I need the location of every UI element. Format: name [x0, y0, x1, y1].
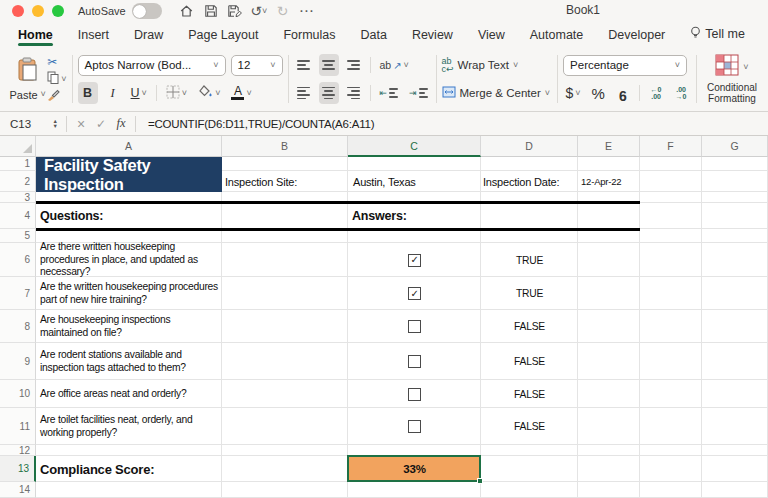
cell-value-D9[interactable]: FALSE — [481, 343, 578, 380]
cell-E4[interactable] — [578, 203, 640, 229]
format-painter-button[interactable] — [47, 88, 66, 104]
cell-G8[interactable] — [702, 310, 768, 343]
cell-site-label[interactable]: Inspection Site: — [225, 171, 347, 192]
home-icon[interactable] — [176, 2, 198, 20]
cell-B12[interactable] — [222, 445, 348, 456]
cell-F8[interactable] — [640, 310, 702, 343]
cell-B8[interactable] — [222, 310, 348, 343]
cell-G10[interactable] — [702, 380, 768, 408]
cell-B13[interactable] — [222, 456, 348, 482]
cell-D5[interactable] — [481, 229, 578, 243]
tab-review[interactable]: Review — [412, 28, 453, 48]
row-header-1[interactable]: 1 — [0, 157, 36, 171]
align-center-button[interactable] — [319, 82, 339, 104]
column-header-B[interactable]: B — [222, 136, 348, 157]
cell-F11[interactable] — [640, 408, 702, 445]
align-middle-button[interactable] — [319, 54, 339, 76]
cell-score-label[interactable]: Compliance Score: — [40, 456, 221, 482]
autosave-toggle[interactable] — [132, 3, 162, 19]
column-header-E[interactable]: E — [578, 136, 640, 157]
cell-G4[interactable] — [702, 203, 768, 229]
cell-checkbox-C10[interactable] — [348, 380, 481, 408]
increase-indent-button[interactable]: ⇥ — [406, 82, 431, 104]
cell-checkbox-C8[interactable] — [348, 310, 481, 343]
minimize-window-button[interactable] — [32, 5, 44, 17]
redo-button[interactable]: ↻ — [272, 2, 294, 20]
checkbox-unchecked[interactable] — [408, 320, 421, 333]
row-header-2[interactable]: 2 — [0, 171, 36, 192]
row-header-14[interactable]: 14 — [0, 482, 36, 498]
column-header-F[interactable]: F — [640, 136, 702, 157]
increase-decimal-button[interactable]: .00→0 — [671, 82, 691, 104]
insert-function-button[interactable]: fx — [111, 116, 131, 131]
row-header-9[interactable]: 9 — [0, 343, 36, 380]
cell-G3[interactable] — [702, 192, 768, 203]
cell-E14[interactable] — [578, 482, 640, 498]
tab-developer[interactable]: Developer — [608, 28, 665, 48]
cell-value-D6[interactable]: TRUE — [481, 243, 578, 277]
save-as-icon[interactable] — [224, 2, 246, 20]
cell-E5[interactable] — [578, 229, 640, 243]
cell-value-D7[interactable]: TRUE — [481, 277, 578, 310]
bold-button[interactable]: B — [78, 82, 98, 104]
cell-A12[interactable] — [36, 445, 222, 456]
align-left-button[interactable] — [294, 82, 314, 104]
cell-E8[interactable] — [578, 310, 640, 343]
row-header-4[interactable]: 4 — [0, 203, 36, 229]
cell-F13[interactable] — [640, 456, 702, 482]
percent-format-button[interactable]: % — [588, 82, 608, 104]
cell-checkbox-C6[interactable]: ✓ — [348, 243, 481, 277]
cell-B5[interactable] — [222, 229, 348, 243]
align-top-button[interactable] — [294, 54, 314, 76]
cell-F12[interactable] — [640, 445, 702, 456]
font-size-select[interactable]: 12˅ — [231, 55, 283, 76]
cell-site-value[interactable]: Austin, Texas — [353, 171, 480, 192]
cell-A14[interactable] — [36, 482, 222, 498]
name-box-stepper[interactable]: ▲▼ — [53, 119, 58, 129]
cell-G1[interactable] — [702, 157, 768, 171]
column-header-G[interactable]: G — [702, 136, 768, 157]
cell-C1[interactable] — [348, 157, 481, 171]
tab-draw[interactable]: Draw — [134, 28, 163, 48]
close-window-button[interactable] — [12, 5, 24, 17]
cell-question-A6[interactable]: Are there written housekeeping procedure… — [36, 243, 222, 277]
row-header-11[interactable]: 11 — [0, 408, 36, 445]
cell-F3[interactable] — [640, 192, 702, 203]
cell-answers-header[interactable]: Answers: — [352, 203, 480, 229]
cell-D1[interactable] — [481, 157, 578, 171]
cell-F7[interactable] — [640, 277, 702, 310]
cell-checkbox-C11[interactable] — [348, 408, 481, 445]
cell-date-value[interactable]: 12-Apr-22 — [581, 171, 639, 192]
undo-button[interactable]: ↺˅ — [248, 2, 270, 20]
cell-B7[interactable] — [222, 277, 348, 310]
spreadsheet-grid[interactable]: ABCDEFG1234567891011121314Facility Safet… — [0, 136, 768, 498]
row-header-8[interactable]: 8 — [0, 310, 36, 343]
cell-question-A10[interactable]: Are office areas neat and orderly? — [36, 380, 222, 408]
font-name-select[interactable]: Aptos Narrow (Bod...˅ — [78, 55, 226, 76]
conditional-formatting-button[interactable]: ˅ ConditionalFormatting — [702, 52, 762, 106]
cell-E11[interactable] — [578, 408, 640, 445]
cell-G9[interactable] — [702, 343, 768, 380]
tab-data[interactable]: Data — [360, 28, 386, 48]
cell-D12[interactable] — [481, 445, 578, 456]
decrease-indent-button[interactable]: ⇤ — [377, 82, 402, 104]
cell-B6[interactable] — [222, 243, 348, 277]
cell-score-value[interactable]: 33% — [349, 457, 480, 481]
cell-G12[interactable] — [702, 445, 768, 456]
enter-button[interactable]: ✓ — [91, 117, 111, 131]
fill-handle[interactable] — [477, 478, 483, 484]
tab-tell-me[interactable]: Tell me — [690, 26, 745, 48]
cell-G5[interactable] — [702, 229, 768, 243]
save-icon[interactable] — [200, 2, 222, 20]
align-right-button[interactable] — [344, 82, 364, 104]
cell-F5[interactable] — [640, 229, 702, 243]
checkbox-unchecked[interactable] — [408, 388, 421, 401]
cell-B9[interactable] — [222, 343, 348, 380]
orientation-button[interactable]: ab↗˅ — [377, 54, 412, 76]
cell-checkbox-C9[interactable] — [348, 343, 481, 380]
italic-button[interactable]: I — [103, 82, 123, 104]
cell-G6[interactable] — [702, 243, 768, 277]
cell-E13[interactable] — [578, 456, 640, 482]
font-color-button[interactable]: A ˅ — [228, 82, 254, 104]
cell-C14[interactable] — [348, 482, 481, 498]
